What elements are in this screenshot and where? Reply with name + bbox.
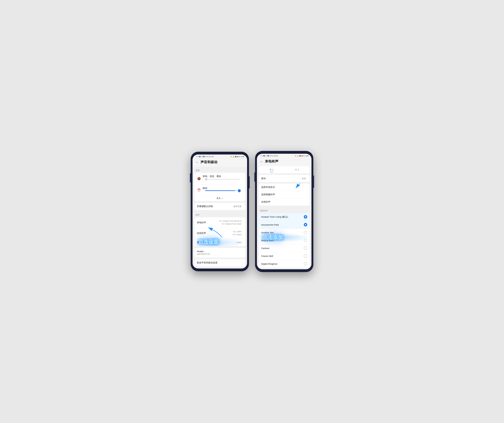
left-more-settings-card: 更多声音和振动设置 ›: [194, 259, 245, 266]
left-message-card2: 卡2: Chess: [232, 233, 241, 236]
right-ringtone-radio-2[interactable]: [304, 231, 307, 234]
left-incoming-ringtone-right: 卡1: Huawei Tune Harmony 卡2: Huawei Tune …: [219, 220, 243, 226]
right-video-ringtone-content: 选择视频铃声: [261, 193, 306, 196]
left-message-ringtone-row: 信息铃声 卡1: Letter 卡2: Chess ›: [197, 230, 243, 236]
right-ringtone-radio-4[interactable]: [304, 246, 307, 250]
left-screen-header: ← 声音和振动: [192, 158, 247, 167]
right-ringtone-title-5: Classic Bell: [261, 255, 304, 257]
right-alarm-icon: 🔔: [297, 155, 299, 157]
right-ringtone-radio-6[interactable]: [304, 262, 307, 265]
left-headphone-right: ›: [242, 251, 243, 254]
right-ringtone-item-2[interactable]: Another Van: [259, 229, 310, 237]
right-online-ringtone-item[interactable]: 在线铃声 ›: [259, 198, 310, 206]
right-ringtone-item-5[interactable]: Classic Bell: [259, 252, 310, 260]
left-incoming-ringtone-item[interactable]: 来电铃声 卡1: Huawei Tune Harmony 卡2: Huawei …: [194, 217, 245, 228]
right-status-right: 👁 🔔 🔕 ▮52% 3:34: [295, 155, 308, 157]
left-incoming-card2: 卡2: Huawei Tune Clean: [219, 222, 241, 226]
right-ringtone-title-4: Cartoon: [261, 247, 304, 250]
left-time: 3:35: [241, 156, 244, 157]
left-alarm-volume-content: 闹钟: [203, 187, 243, 193]
left-page-title: 声音和振动: [200, 160, 217, 164]
left-volume-key-chevron: ›: [242, 205, 243, 208]
left-more-button[interactable]: 更多 ∨: [194, 195, 245, 201]
left-alarm-slider-container: [203, 190, 243, 193]
left-incoming-ringtone-row: 来电铃声 卡1: Huawei Tune Harmony 卡2: Huawei …: [197, 220, 243, 226]
left-message-card1: 卡1: Letter: [232, 230, 241, 233]
right-phone: ㎝ 4G ▌▌ 4G ▌▌ ⓦ 4G 359 B/s 👁 🔔 🔕 ▮52% 3:…: [255, 151, 313, 272]
left-more-settings-item[interactable]: 更多声音和振动设置 ›: [194, 259, 245, 266]
left-incoming-card1: 卡1: Huawei Tune Harmony: [219, 220, 241, 222]
left-phone-wrapper: ㎝ 4G ▌▌ 4G ▌▌ ⓦ 4G 812 B/s 👁 🔔 🔕 ▮52% 3:…: [191, 152, 249, 271]
right-video-ringtone-item[interactable]: 选择视频铃声 ›: [259, 191, 310, 198]
left-back-button[interactable]: ←: [196, 161, 199, 164]
right-carrier-info: ㎝ 4G ▌▌ 4G ▌▌ ⓦ: [260, 155, 271, 157]
right-ringtone-title-6: Digital Ringtone: [261, 262, 304, 265]
right-phone-screen: ㎝ 4G ▌▌ 4G ▌▌ ⓦ 4G 359 B/s 👁 🔔 🔕 ▮52% 3:…: [257, 154, 312, 269]
right-ringtone-title-1: Amusement Park: [261, 223, 304, 226]
left-headphone-card: Huawi... 连接耳机时可用 ›: [194, 248, 245, 258]
right-system-ringtones-label: 系统铃声: [257, 207, 312, 213]
left-ringtone-volume-item: 🔕 来电、信息、通知: [194, 173, 245, 185]
right-vibration-right: 标准 ›: [302, 177, 307, 180]
right-vibration-card: 振动 标准 ›: [259, 175, 310, 182]
left-ringtone-thumb[interactable]: [205, 178, 207, 180]
right-ringtone-title-0: Huawei Tune Living (默认): [261, 215, 304, 218]
bell-off-icon: 🔕: [197, 177, 201, 181]
right-vibration-item[interactable]: 振动 标准 ›: [259, 175, 310, 182]
right-online-ringtone-content: 在线铃声: [261, 201, 306, 203]
right-time: 3:34: [306, 155, 308, 157]
right-ringtone-item-6[interactable]: Digital Ringtone: [259, 260, 310, 268]
right-ringtone-radio-3[interactable]: [304, 239, 307, 242]
left-alarm-icon: 🔔: [233, 156, 234, 157]
right-ringtone-item-1[interactable]: Amusement Park: [259, 221, 310, 229]
left-notification-ringtone-item[interactable]: 通知铃声 Letter ›: [194, 239, 245, 246]
right-ringtone-name-2: Another Van: [261, 231, 304, 234]
right-ringtone-name-1: Amusement Park: [261, 223, 304, 226]
right-ringtone-item-4[interactable]: Cartoon: [259, 244, 310, 252]
right-online-ringtone-chevron: ›: [306, 201, 307, 203]
right-eye-icon: 👁: [295, 155, 296, 157]
left-more-settings-chevron: ›: [242, 262, 243, 264]
right-tab-card1[interactable]: 卡 1: [259, 166, 284, 173]
right-battery: ▮52%: [301, 155, 305, 157]
left-alarm-slider[interactable]: [205, 190, 240, 191]
left-ringtone-volume-content: 来电、信息、通知: [203, 175, 243, 182]
left-status-right: 👁 🔔 🔕 ▮52% 3:35: [231, 156, 244, 157]
right-ringtone-name-5: Classic Bell: [261, 255, 304, 257]
right-ringtone-name-3: Beijing Bass: [261, 239, 304, 242]
left-ringtone-slider-container: [203, 178, 243, 182]
right-local-music-title: 选择本地音乐: [261, 186, 306, 189]
left-incoming-chevron: ›: [242, 221, 243, 224]
right-vibration-title: 振动: [261, 177, 302, 180]
left-headphone-item[interactable]: Huawi... 连接耳机时可用 ›: [194, 248, 245, 258]
left-ringtone-slider[interactable]: [205, 179, 240, 180]
left-notification-chevron: ›: [242, 241, 243, 244]
left-eye-icon: 👁: [231, 156, 232, 157]
right-ringtone-item-0[interactable]: Huawei Tune Living (默认): [259, 213, 310, 221]
left-message-ringtone-item[interactable]: 信息铃声 卡1: Letter 卡2: Chess ›: [194, 228, 245, 238]
left-alarm-thumb[interactable]: [238, 189, 241, 192]
right-local-music-item[interactable]: 选择本地音乐 ›: [259, 184, 310, 191]
left-volume-key-item[interactable]: 音量键默认控制 媒体音量 ›: [194, 203, 245, 210]
right-ringtone-radio-0[interactable]: [304, 215, 307, 219]
left-screen-content: 音量 🔕 来电、信息、通知: [192, 167, 247, 268]
right-back-button[interactable]: ←: [260, 160, 263, 163]
right-screen-header: ← 来电铃声: [257, 157, 312, 166]
right-ringtone-item-3[interactable]: Beijing Bass: [259, 237, 310, 244]
left-incoming-ringtone-name: 来电铃声: [197, 221, 206, 224]
left-volume-card: 🔕 来电、信息、通知 ⏰: [194, 173, 245, 201]
right-tab-card2[interactable]: 卡 2: [284, 166, 310, 173]
left-volume-label: 音量: [192, 167, 247, 173]
right-phone-wrapper: ㎝ 4G ▌▌ 4G ▌▌ ⓦ 4G 359 B/s 👁 🔔 🔕 ▮52% 3:…: [255, 151, 313, 272]
right-local-music-content: 选择本地音乐: [261, 186, 306, 189]
left-ringtone-card: 来电铃声 卡1: Huawei Tune Harmony 卡2: Huawei …: [194, 217, 245, 246]
right-ringtone-title-2: Another Van: [261, 231, 304, 234]
right-ringtone-title-3: Beijing Bass: [261, 239, 304, 242]
right-page-title: 来电铃声: [265, 159, 278, 164]
left-carrier-info: ㎝ 4G ▌▌ 4G ▌▌ ⓦ: [196, 156, 206, 157]
right-system-ringtones-card: Huawei Tune Living (默认) Amusement Park: [259, 213, 310, 268]
right-ringtone-radio-5[interactable]: [304, 254, 307, 258]
left-headphone-content: Huawi... 连接耳机时可用: [197, 250, 242, 256]
left-notification-ringtone-name: 通知铃声: [197, 241, 206, 244]
right-ringtone-radio-1[interactable]: [304, 223, 307, 226]
